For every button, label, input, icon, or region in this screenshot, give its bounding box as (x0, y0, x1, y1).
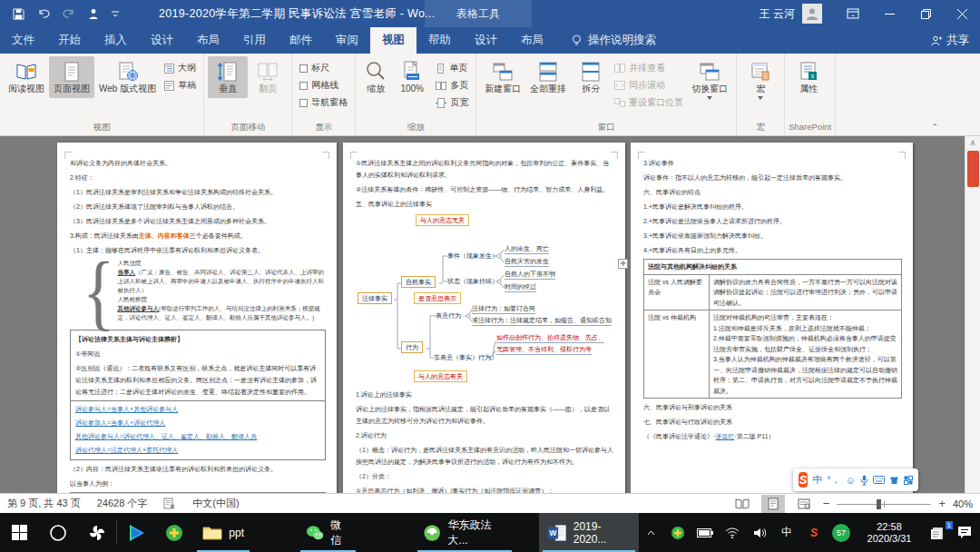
tab-table-layout[interactable]: 布局 (509, 27, 555, 54)
toolbox-icon[interactable] (904, 476, 913, 485)
cortana-search-button[interactable] (39, 513, 78, 552)
show-checkbox[interactable]: 标尺 (299, 62, 348, 74)
emoji-icon[interactable]: ☺ (846, 475, 856, 486)
show-checkbox[interactable]: 导航窗格 (299, 96, 348, 109)
view-side-by-side-button[interactable]: 并排查看 (614, 62, 683, 74)
undo-icon[interactable] (37, 8, 50, 19)
synchronous-scrolling-button[interactable]: 同步滚动 (614, 79, 683, 92)
print-layout-button[interactable]: 页面视图 (49, 56, 94, 98)
one-page-button[interactable]: 单页 (436, 62, 468, 74)
start-button[interactable] (0, 513, 39, 552)
document-page-1[interactable]: 和诉讼义务为内容的具体社会关系。2.特征：（1）民诉法律关系是审判法律关系和争讼… (57, 143, 337, 493)
proofing-icon[interactable] (163, 498, 176, 509)
tab-file[interactable]: 文件 (0, 27, 46, 54)
task-tencent-video[interactable] (117, 513, 155, 552)
scroll-up-icon[interactable]: ∧ (965, 136, 980, 149)
tray-360-ball-icon[interactable] (666, 526, 690, 540)
battery-icon[interactable] (693, 528, 717, 537)
ime-indicator[interactable]: 中 (775, 525, 799, 540)
reference-link[interactable]: 张晋红 (715, 433, 734, 439)
zoom-slider-thumb[interactable] (877, 499, 881, 509)
vertical-button[interactable]: 垂直 (208, 56, 248, 98)
macros-button[interactable]: 宏 (740, 56, 780, 104)
read-mode-view-icon[interactable] (730, 495, 754, 513)
show-checkbox[interactable]: 网格线 (299, 79, 348, 92)
action-center-icon[interactable] (953, 526, 976, 539)
ime-mode-toggle[interactable]: 中 (812, 473, 822, 487)
tab-mailings[interactable]: 邮件 (278, 27, 324, 54)
outline-view-button[interactable]: 大纲 (164, 62, 196, 74)
touch-mode-icon[interactable] (88, 8, 99, 20)
task-browser[interactable]: 华东政法大... (414, 513, 515, 552)
zoom-slider[interactable] (837, 495, 931, 513)
vertical-scrollbar[interactable]: ∧ (965, 136, 980, 493)
share-button[interactable]: 共享 (931, 27, 969, 54)
zoom-100-button[interactable]: 100% (392, 56, 432, 98)
ribbon-display-options-icon[interactable] (835, 0, 871, 27)
word-count[interactable]: 24628 个字 (97, 497, 148, 510)
task-360-ball[interactable] (155, 513, 193, 552)
sticky-notes-icon[interactable]: 1 (926, 526, 949, 540)
taskbar-clock[interactable]: 22:58 2020/3/31 (857, 521, 922, 545)
zoom-percent[interactable]: 40% (953, 498, 973, 509)
ime-punct-toggle[interactable]: °， (827, 473, 840, 487)
split-button[interactable]: 拆分 (571, 56, 611, 98)
restore-button[interactable] (907, 0, 944, 27)
redo-icon[interactable] (63, 8, 75, 19)
qat-customize-icon[interactable] (112, 11, 119, 16)
avatar[interactable] (802, 4, 822, 24)
properties-button[interactable]: s 属性 (789, 56, 828, 98)
tab-design[interactable]: 设计 (139, 27, 185, 54)
new-window-button[interactable]: 新建窗口 (480, 56, 525, 98)
mic-icon[interactable] (860, 475, 868, 486)
tab-view[interactable]: 视图 (370, 27, 416, 54)
arrange-all-button[interactable]: 全部重排 (525, 56, 571, 98)
keyboard-icon[interactable] (873, 476, 885, 484)
tab-home[interactable]: 开始 (46, 27, 93, 54)
zoom-in-button[interactable]: + (938, 496, 946, 512)
ime-toolbar[interactable]: S 中 °， ☺ (793, 468, 918, 491)
task-wechat[interactable]: 微信 (297, 513, 359, 552)
side-to-side-button[interactable]: 翻页 (248, 56, 288, 98)
user-name[interactable]: 王 云河 (760, 6, 795, 22)
document-page-2[interactable]: ①民诉法律关系主体之间的诉讼权利义务共同指向的对象，包括审判的公正、案件事实、当… (343, 143, 625, 493)
pinwheel-app-icon[interactable] (78, 513, 117, 552)
table-move-handle-icon[interactable]: ✛ (618, 259, 628, 269)
wifi-icon[interactable] (720, 527, 744, 538)
reset-window-position-button[interactable]: 重设窗口位置 (614, 96, 683, 109)
draft-view-button[interactable]: 草稿 (164, 79, 196, 92)
tab-references[interactable]: 引用 (231, 27, 278, 54)
web-layout-view-icon[interactable] (792, 495, 816, 513)
multiple-pages-button[interactable]: 多页 (436, 79, 468, 92)
print-layout-view-icon[interactable] (761, 495, 785, 513)
task-word[interactable]: W 2019-2020... (539, 513, 639, 552)
tray-chevron-icon[interactable] (639, 530, 662, 536)
web-layout-button[interactable]: Web 版式视图 (94, 56, 161, 98)
tab-insert[interactable]: 插入 (93, 27, 139, 54)
language-indicator[interactable]: 中文(中国) (192, 497, 239, 510)
skin-icon[interactable] (889, 476, 899, 485)
scrollbar-thumb[interactable] (967, 151, 979, 187)
switch-windows-button[interactable]: 切换窗口 (687, 56, 732, 104)
tab-table-design[interactable]: 设计 (463, 27, 509, 54)
read-mode-button[interactable]: 阅读视图 (4, 56, 49, 98)
tab-review[interactable]: 审阅 (324, 27, 370, 54)
sogou-tray-icon[interactable]: S (802, 527, 826, 539)
collapse-ribbon-icon[interactable]: ⌃ (931, 123, 938, 132)
close-button[interactable] (944, 0, 980, 27)
health-ball-indicator[interactable]: 57 (829, 524, 853, 542)
save-icon[interactable] (13, 8, 24, 20)
window-title: 2019-2020学年第二学期 民事诉讼法 宫雪老师 - Wo... (159, 6, 435, 22)
page-width-button[interactable]: 页宽 (436, 96, 468, 109)
tab-help[interactable]: 帮助 (416, 27, 463, 54)
tab-layout[interactable]: 布局 (185, 27, 231, 54)
minimize-button[interactable] (871, 0, 907, 27)
sogou-logo-icon[interactable]: S (799, 472, 808, 488)
zoom-button[interactable]: 缩放 (359, 56, 392, 98)
document-page-3[interactable]: ✛ 3.诉讼事件诉讼事件：指不以人的意志为转移的，能引起一定法律后果的客观事实。… (631, 143, 913, 493)
task-explorer-ppt[interactable]: ppt (193, 513, 253, 552)
page-indicator[interactable]: 第 9 页, 共 43 页 (7, 497, 81, 510)
volume-icon[interactable] (748, 527, 771, 538)
tell-me-search[interactable]: 操作说明搜索 (572, 27, 656, 54)
zoom-out-button[interactable]: − (823, 496, 830, 512)
